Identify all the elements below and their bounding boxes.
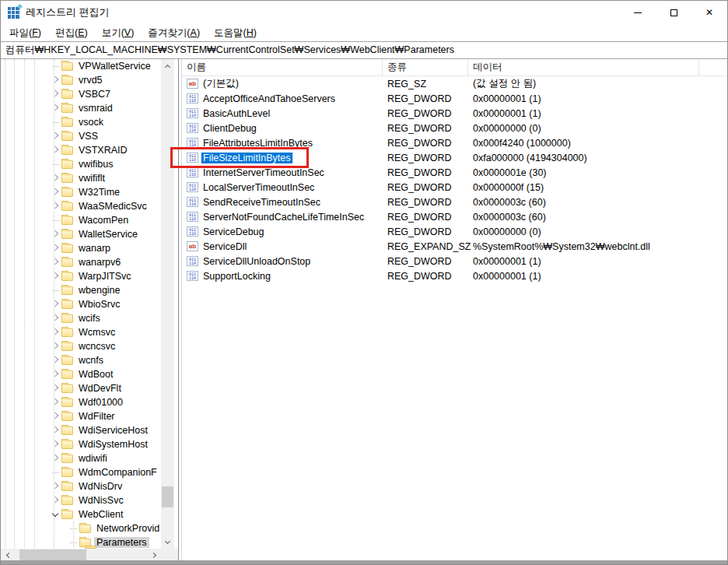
- chevron-right-icon[interactable]: [52, 370, 58, 377]
- tree-item-wdiwifi[interactable]: wdiwifi: [1, 451, 161, 465]
- dword-value-icon: 011110: [187, 271, 198, 281]
- chevron-right-icon[interactable]: [52, 384, 58, 391]
- tree-item-wdfilter[interactable]: WdFilter: [1, 409, 161, 423]
- tree-vertical-scrollbar[interactable]: [161, 59, 174, 549]
- tree-item-wbengine[interactable]: wbengine: [1, 283, 161, 297]
- tree-item-walletservice[interactable]: WalletService: [1, 227, 161, 241]
- chevron-right-icon[interactable]: [52, 244, 58, 251]
- tree-item-wanarp[interactable]: wanarp: [1, 241, 161, 255]
- chevron-right-icon[interactable]: [52, 90, 58, 97]
- value-row-servicedebug[interactable]: 011110ServiceDebugREG_DWORD0x00000000 (0…: [182, 224, 728, 239]
- tree-item-wdnisdrv[interactable]: WdNisDrv: [1, 479, 161, 493]
- column-header-type[interactable]: 종류: [383, 59, 468, 75]
- registry-tree-pane: VPWalletServicevrvd5VSBC7vsmraidvsockVSS…: [1, 59, 179, 562]
- chevron-right-icon[interactable]: [52, 398, 58, 405]
- value-type: REG_DWORD: [383, 226, 468, 237]
- tree-item-vrvd5[interactable]: vrvd5: [1, 73, 161, 87]
- maximize-button[interactable]: [656, 1, 691, 24]
- column-header-data[interactable]: 데이터: [468, 59, 699, 75]
- value-row-clientdebug[interactable]: 011110ClientDebugREG_DWORD0x00000000 (0): [182, 121, 728, 135]
- tree-item-parameters[interactable]: Parameters: [1, 535, 161, 549]
- menu-item-e[interactable]: 편집(E): [48, 25, 95, 41]
- tree-item-networkprovid[interactable]: NetworkProvid: [1, 521, 161, 535]
- tree-item-wdf01000[interactable]: Wdf01000: [1, 395, 161, 409]
- chevron-right-icon[interactable]: [52, 356, 58, 363]
- scroll-up-button[interactable]: [161, 59, 174, 72]
- folder-icon: [61, 216, 73, 225]
- value-type: REG_DWORD: [383, 212, 468, 223]
- chevron-right-icon[interactable]: [52, 174, 58, 181]
- value-row-localservertimeoutinsec[interactable]: 011110LocalServerTimeoutInSecREG_DWORD0x…: [182, 180, 728, 195]
- value-row-basicauthlevel[interactable]: 011110BasicAuthLevelREG_DWORD0x00000001 …: [182, 106, 728, 121]
- chevron-right-icon[interactable]: [52, 188, 58, 195]
- chevron-right-icon[interactable]: [52, 132, 58, 139]
- value-name: ServerNotFoundCacheLifeTimeInSec: [201, 212, 366, 223]
- tree-item-wbiosrvc[interactable]: WbioSrvc: [1, 297, 161, 311]
- tree-item-wddevflt[interactable]: WdDevFlt: [1, 381, 161, 395]
- tree-item-vwififlt[interactable]: vwififlt: [1, 171, 161, 185]
- value-row-sendreceivetimeoutinsec[interactable]: 011110SendReceiveTimeoutInSecREG_DWORD0x…: [182, 195, 728, 209]
- tree-item-vwifibus[interactable]: vwifibus: [1, 157, 161, 171]
- chevron-right-icon[interactable]: [52, 272, 58, 279]
- minimize-button[interactable]: [620, 1, 656, 24]
- value-row-servicedll[interactable]: abServiceDllREG_EXPAND_SZ%SystemRoot%₩Sy…: [182, 239, 728, 254]
- tree-item-vsock[interactable]: vsock: [1, 115, 161, 129]
- value-row-acceptofficeandtahoeservers[interactable]: 011110AcceptOfficeAndTahoeServersREG_DWO…: [182, 91, 728, 106]
- address-bar[interactable]: 컴퓨터₩HKEY_LOCAL_MACHINE₩SYSTEM₩CurrentCon…: [1, 41, 728, 59]
- tree-item-wdboot[interactable]: WdBoot: [1, 367, 161, 381]
- arrow-left-icon: [5, 553, 11, 558]
- tree-item-wcmsvc[interactable]: Wcmsvc: [1, 325, 161, 339]
- vertical-scrollbar-thumb[interactable]: [162, 486, 173, 507]
- chevron-right-icon[interactable]: [52, 104, 58, 111]
- chevron-right-icon[interactable]: [52, 76, 58, 82]
- tree-item-w32time[interactable]: W32Time: [1, 185, 161, 199]
- chevron-right-icon[interactable]: [52, 328, 58, 335]
- folder-icon: [61, 314, 73, 323]
- tree-item-vsmraid[interactable]: vsmraid: [1, 101, 161, 115]
- tree-item-wdisystemhost[interactable]: WdiSystemHost: [1, 437, 161, 451]
- chevron-right-icon[interactable]: [52, 300, 58, 307]
- chevron-right-icon[interactable]: [52, 314, 58, 321]
- tree-item-waasmedicsvc[interactable]: WaaSMedicSvc: [1, 199, 161, 213]
- chevron-right-icon[interactable]: [52, 342, 58, 349]
- menu-item-v[interactable]: 보기(V): [95, 25, 142, 41]
- chevron-right-icon[interactable]: [52, 202, 58, 209]
- tree-item-wcnfs[interactable]: wcnfs: [1, 353, 161, 367]
- chevron-right-icon[interactable]: [52, 258, 58, 265]
- chevron-right-icon[interactable]: [52, 146, 58, 153]
- tree-item-wanarpv6[interactable]: wanarpv6: [1, 255, 161, 269]
- chevron-right-icon[interactable]: [52, 426, 58, 433]
- tree-item-vss[interactable]: VSS: [1, 129, 161, 143]
- chevron-right-icon[interactable]: [52, 412, 58, 419]
- value-row-[interactable]: ab(기본값)REG_SZ(값 설정 안 됨): [182, 76, 728, 91]
- folder-icon: [61, 440, 73, 449]
- chevron-right-icon[interactable]: [52, 497, 58, 503]
- chevron-right-icon[interactable]: [52, 440, 58, 447]
- value-name: ServiceDllUnloadOnStop: [201, 256, 312, 267]
- chevron-down-icon[interactable]: [52, 510, 58, 516]
- horizontal-scrollbar-thumb[interactable]: [19, 549, 86, 561]
- menu-item-f[interactable]: 파일(F): [2, 25, 48, 41]
- value-row-servicedllunloadonstop[interactable]: 011110ServiceDllUnloadOnStopREG_DWORD0x0…: [182, 254, 728, 268]
- scroll-down-button[interactable]: [161, 535, 174, 549]
- chevron-right-icon[interactable]: [52, 454, 58, 461]
- tree-item-webclient[interactable]: WebClient: [1, 507, 161, 521]
- tree-item-wdiservicehost[interactable]: WdiServiceHost: [1, 423, 161, 437]
- tree-item-wcifs[interactable]: wcifs: [1, 311, 161, 325]
- tree-item-warpjitsvc[interactable]: WarpJITSvc: [1, 269, 161, 283]
- tree-item-wacompen[interactable]: WacomPen: [1, 213, 161, 227]
- tree-item-vsbc7[interactable]: VSBC7: [1, 87, 161, 101]
- value-row-supportlocking[interactable]: 011110SupportLockingREG_DWORD0x00000001 …: [182, 268, 728, 283]
- menu-item-a[interactable]: 즐겨찾기(A): [141, 25, 207, 41]
- tree-item-wcncsvc[interactable]: wcncsvc: [1, 339, 161, 353]
- value-row-servernotfoundcachelifetimeinsec[interactable]: 011110ServerNotFoundCacheLifeTimeInSecRE…: [182, 209, 728, 224]
- menu-item-h[interactable]: 도움말(H): [207, 25, 264, 41]
- tree-item-wdmcompanionf[interactable]: WdmCompanionF: [1, 465, 161, 479]
- tree-item-vstxraid[interactable]: VSTXRAID: [1, 143, 161, 157]
- column-header-name[interactable]: 이름: [182, 59, 383, 75]
- tree-item-vpwalletservice[interactable]: VPWalletService: [1, 59, 161, 73]
- chevron-right-icon[interactable]: [52, 230, 58, 237]
- close-button[interactable]: ✕: [691, 1, 727, 24]
- tree-item-wdnissvc[interactable]: WdNisSvc: [1, 493, 161, 507]
- chevron-right-icon[interactable]: [52, 483, 58, 489]
